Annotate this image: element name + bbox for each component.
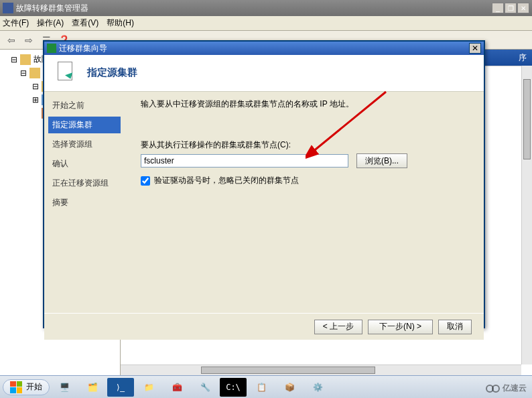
back-button[interactable]: ⇦ bbox=[4, 33, 19, 48]
taskbar-icon[interactable]: ⚙️ bbox=[304, 378, 331, 397]
nav-select-group[interactable]: 选择资源组 bbox=[48, 136, 121, 153]
app-icon bbox=[3, 3, 13, 13]
browse-button[interactable]: 浏览(B)... bbox=[356, 153, 407, 168]
cluster-name-input[interactable] bbox=[141, 154, 348, 168]
minimize-button[interactable]: _ bbox=[492, 3, 504, 13]
dialog-header: 指定源集群 bbox=[44, 55, 484, 92]
vscrollbar[interactable] bbox=[521, 66, 532, 364]
dialog-titlebar: 迁移群集向导 ✕ bbox=[44, 42, 484, 55]
windows-logo-icon bbox=[10, 381, 22, 393]
nav-before[interactable]: 开始之前 bbox=[48, 97, 121, 114]
watermark: 亿速云 bbox=[488, 383, 527, 394]
taskbar-icon[interactable]: ⟩_ bbox=[107, 378, 134, 397]
main-titlebar: 故障转移群集管理器 _ ❐ ✕ bbox=[0, 0, 532, 16]
migrate-wizard-dialog: 迁移群集向导 ✕ 指定源集群 开始之前 指定源集群 选择资源组 确认 正在迁移资… bbox=[43, 40, 485, 328]
right-header-label: 序 bbox=[519, 52, 527, 64]
taskbar-icon[interactable]: 📦 bbox=[276, 378, 303, 397]
close-button[interactable]: ✕ bbox=[517, 3, 529, 13]
taskbar: 开始 🖥️ 🗂️ ⟩_ 📁 🧰 🔧 C:\ 📋 📦 ⚙️ 亿速云 bbox=[0, 375, 532, 398]
taskbar-icon[interactable]: 🗂️ bbox=[79, 378, 106, 397]
next-button[interactable]: 下一步(N) > bbox=[368, 320, 433, 334]
dialog-icon bbox=[47, 44, 56, 53]
node-icon bbox=[29, 68, 40, 78]
dialog-title: 迁移群集向导 bbox=[59, 43, 107, 54]
start-label: 开始 bbox=[26, 381, 42, 393]
nav-summary[interactable]: 摘要 bbox=[48, 194, 121, 211]
fwd-button[interactable]: ⇨ bbox=[21, 33, 36, 48]
hscrollbar[interactable] bbox=[121, 364, 521, 375]
wizard-content: 输入要从中迁移资源组的群集或群集节点的名称或 IP 地址。 要从其执行迁移操作的… bbox=[125, 92, 484, 313]
dialog-close-button[interactable]: ✕ bbox=[469, 43, 481, 54]
menubar: 文件(F) 操作(A) 查看(V) 帮助(H) bbox=[0, 16, 532, 31]
instruction-text: 输入要从中迁移资源组的群集或群集节点的名称或 IP 地址。 bbox=[141, 98, 468, 110]
back-button[interactable]: < 上一步 bbox=[314, 320, 362, 334]
wizard-icon bbox=[55, 60, 79, 84]
menu-view[interactable]: 查看(V) bbox=[72, 17, 98, 29]
taskbar-icon[interactable]: 🧰 bbox=[163, 378, 190, 397]
wizard-footer: < 上一步 下一步(N) > 取消 bbox=[44, 313, 484, 340]
menu-help[interactable]: 帮助(H) bbox=[107, 17, 134, 29]
taskbar-icon[interactable]: C:\ bbox=[220, 378, 247, 397]
menu-file[interactable]: 文件(F) bbox=[3, 17, 29, 29]
taskbar-icon[interactable]: 📁 bbox=[135, 378, 162, 397]
taskbar-icon[interactable]: 📋 bbox=[248, 378, 275, 397]
maximize-button[interactable]: ❐ bbox=[505, 3, 517, 13]
cancel-button[interactable]: 取消 bbox=[438, 320, 472, 334]
nav-migrating[interactable]: 正在迁移资源组 bbox=[48, 175, 121, 192]
nav-confirm[interactable]: 确认 bbox=[48, 155, 121, 172]
app-title: 故障转移群集管理器 bbox=[16, 3, 88, 14]
wizard-nav: 开始之前 指定源集群 选择资源组 确认 正在迁移资源组 摘要 bbox=[44, 92, 125, 313]
menu-action[interactable]: 操作(A) bbox=[37, 17, 64, 29]
taskbar-icon[interactable]: 🖥️ bbox=[51, 378, 78, 397]
cluster-field-label: 要从其执行迁移操作的群集或群集节点(C): bbox=[141, 139, 468, 151]
ignore-offline-checkbox[interactable] bbox=[141, 176, 150, 186]
nav-specify-source[interactable]: 指定源集群 bbox=[48, 117, 121, 133]
cluster-icon bbox=[20, 54, 31, 65]
dialog-header-title: 指定源集群 bbox=[87, 66, 137, 79]
taskbar-icon[interactable]: 🔧 bbox=[192, 378, 218, 397]
checkbox-label: 验证驱动器号时，忽略已关闭的群集节点 bbox=[154, 175, 299, 186]
start-button[interactable]: 开始 bbox=[3, 379, 50, 395]
